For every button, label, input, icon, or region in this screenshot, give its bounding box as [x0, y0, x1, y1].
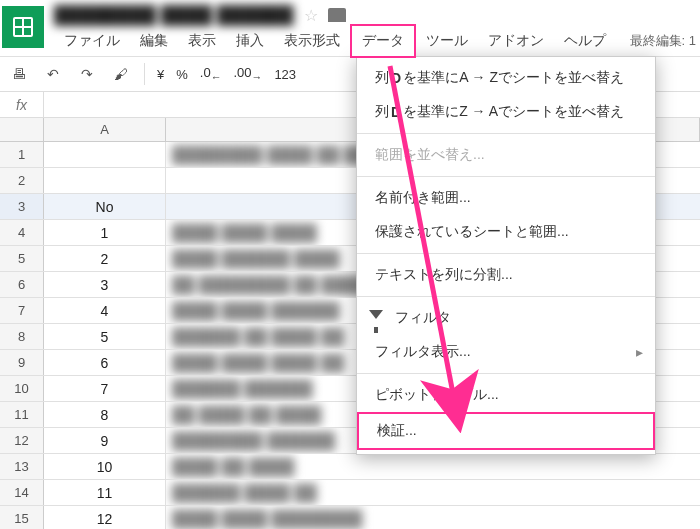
percent-button[interactable]: % [176, 67, 188, 82]
menu-edit[interactable]: 編集 [130, 26, 178, 56]
cell[interactable]: ██████ ████ ██ [166, 480, 700, 505]
data-validation[interactable]: 検証... [357, 412, 655, 450]
cell[interactable] [44, 168, 166, 193]
menu-view[interactable]: 表示 [178, 26, 226, 56]
sort-sheet-az[interactable]: 列 D を基準にA → Zでシートを並べ替え [357, 61, 655, 95]
row-header[interactable]: 6 [0, 272, 44, 297]
fx-label: fx [0, 92, 44, 117]
cell-header-no[interactable]: No [44, 194, 166, 219]
menu-separator [357, 176, 655, 177]
cell[interactable]: 2 [44, 246, 166, 271]
star-icon[interactable]: ☆ [304, 6, 318, 25]
menu-separator [357, 296, 655, 297]
row-header[interactable]: 4 [0, 220, 44, 245]
paint-format-icon[interactable]: 🖌 [110, 63, 132, 85]
undo-icon[interactable]: ↶ [42, 63, 64, 85]
redo-icon[interactable]: ↷ [76, 63, 98, 85]
cell[interactable]: 3 [44, 272, 166, 297]
row-header[interactable]: 8 [0, 324, 44, 349]
cell[interactable]: 5 [44, 324, 166, 349]
cell[interactable]: 4 [44, 298, 166, 323]
row-header[interactable]: 1 [0, 142, 44, 167]
number-format-button[interactable]: 123 [274, 67, 296, 82]
row-header[interactable]: 5 [0, 246, 44, 271]
row-header[interactable]: 14 [0, 480, 44, 505]
menu-insert[interactable]: 挿入 [226, 26, 274, 56]
cell[interactable]: ████ ████ ████████ [166, 506, 700, 529]
sort-sheet-za[interactable]: 列 D を基準にZ → Aでシートを並べ替え [357, 95, 655, 129]
menu-help[interactable]: ヘルプ [554, 26, 616, 56]
cell[interactable] [44, 142, 166, 167]
cell[interactable]: 7 [44, 376, 166, 401]
named-ranges[interactable]: 名前付き範囲... [357, 181, 655, 215]
split-text-to-columns[interactable]: テキストを列に分割... [357, 258, 655, 292]
cell[interactable]: 11 [44, 480, 166, 505]
increase-decimal-button[interactable]: .00→ [233, 65, 262, 83]
cell[interactable]: 10 [44, 454, 166, 479]
menu-separator [357, 373, 655, 374]
row-header[interactable]: 12 [0, 428, 44, 453]
sheets-logo[interactable] [2, 6, 44, 48]
decrease-decimal-button[interactable]: .0← [200, 65, 222, 83]
select-all-corner[interactable] [0, 118, 44, 141]
filter-icon [369, 310, 383, 319]
submenu-arrow-icon: ▸ [636, 344, 643, 360]
filter[interactable]: フィルタ [357, 301, 655, 335]
row-header[interactable]: 15 [0, 506, 44, 529]
menubar: ファイル 編集 表示 挿入 表示形式 データ ツール アドオン ヘルプ 最終編集… [54, 26, 700, 56]
doc-title[interactable]: ████████ ████ ██████ [54, 5, 294, 26]
row-header[interactable]: 11 [0, 402, 44, 427]
pivot-table[interactable]: ピボットテーブル... [357, 378, 655, 412]
menu-file[interactable]: ファイル [54, 26, 130, 56]
data-menu-dropdown: 列 D を基準にA → Zでシートを並べ替え 列 D を基準にZ → Aでシート… [356, 56, 656, 455]
cell[interactable]: 6 [44, 350, 166, 375]
row-header[interactable]: 3 [0, 194, 44, 219]
row-header[interactable]: 13 [0, 454, 44, 479]
folder-icon[interactable] [328, 8, 346, 22]
cell[interactable]: 12 [44, 506, 166, 529]
row-header[interactable]: 10 [0, 376, 44, 401]
menu-addons[interactable]: アドオン [478, 26, 554, 56]
row-header[interactable]: 9 [0, 350, 44, 375]
menu-data[interactable]: データ [350, 24, 416, 58]
protected-sheets[interactable]: 保護されているシートと範囲... [357, 215, 655, 249]
row-header[interactable]: 7 [0, 298, 44, 323]
row-header[interactable]: 2 [0, 168, 44, 193]
cell[interactable]: ████ ██ ████ [166, 454, 700, 479]
filter-views[interactable]: フィルタ表示...▸ [357, 335, 655, 369]
col-header-a[interactable]: A [44, 118, 166, 141]
cell[interactable]: 9 [44, 428, 166, 453]
menu-separator [357, 133, 655, 134]
cell[interactable]: 1 [44, 220, 166, 245]
last-edit-label: 最終編集: 1 [630, 32, 700, 50]
menu-separator [357, 253, 655, 254]
menu-format[interactable]: 表示形式 [274, 26, 350, 56]
sort-range: 範囲を並べ替え... [357, 138, 655, 172]
currency-button[interactable]: ¥ [157, 67, 164, 82]
menu-tools[interactable]: ツール [416, 26, 478, 56]
print-icon[interactable]: 🖶 [8, 63, 30, 85]
cell[interactable]: 8 [44, 402, 166, 427]
